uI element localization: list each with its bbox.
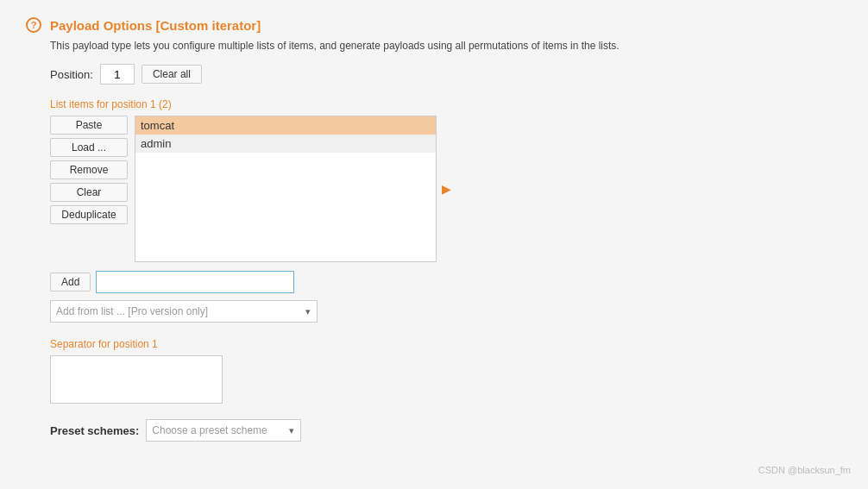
add-from-select[interactable]: Add from list ... [Pro version only] [50, 300, 318, 323]
watermark: CSDN @blacksun_fm [758, 465, 851, 475]
arrow-icon: ▶ [442, 182, 451, 196]
list-item[interactable]: tomcat [135, 116, 436, 135]
main-area: Paste Load ... Remove Clear Deduplicate … [50, 116, 842, 262]
add-from-wrapper: Add from list ... [Pro version only] [50, 300, 318, 323]
preset-schemes-label: Preset schemes: [50, 424, 139, 437]
position-label: Position: [50, 68, 93, 81]
add-input[interactable] [96, 271, 294, 293]
page-title: Payload Options [Custom iterator] [50, 18, 261, 33]
action-buttons: Paste Load ... Remove Clear Deduplicate [50, 116, 128, 224]
preset-select[interactable]: Choose a preset scheme [146, 419, 301, 442]
header-row: ? Payload Options [Custom iterator] [26, 17, 842, 33]
deduplicate-button[interactable]: Deduplicate [50, 205, 128, 224]
paste-button[interactable]: Paste [50, 116, 128, 135]
add-from-row: Add from list ... [Pro version only] [50, 300, 842, 323]
clear-all-button[interactable]: Clear all [142, 65, 202, 84]
items-listbox[interactable]: tomcat admin [135, 116, 437, 262]
clear-button[interactable]: Clear [50, 183, 128, 202]
add-button[interactable]: Add [50, 273, 91, 292]
preset-wrapper: Choose a preset scheme [146, 419, 301, 442]
add-row: Add [50, 271, 842, 293]
load-button[interactable]: Load ... [50, 138, 128, 157]
position-input[interactable] [100, 64, 135, 85]
help-icon[interactable]: ? [26, 17, 41, 33]
list-item[interactable]: admin [135, 135, 436, 153]
preset-row: Preset schemes: Choose a preset scheme [50, 419, 842, 442]
separator-box[interactable] [50, 355, 223, 404]
list-area: tomcat admin ▶ [135, 116, 451, 262]
remove-button[interactable]: Remove [50, 160, 128, 179]
separator-label: Separator for position 1 [50, 338, 842, 350]
description-text: This payload type lets you configure mul… [50, 40, 842, 52]
position-row: Position: Clear all [50, 64, 842, 85]
list-section-label: List items for position 1 (2) [50, 98, 842, 110]
